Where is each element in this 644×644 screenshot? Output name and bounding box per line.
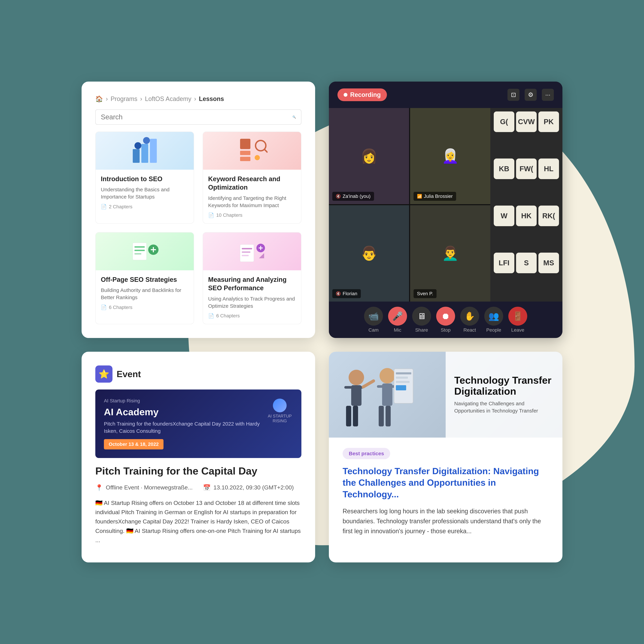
chapter-icon: 📄 (101, 304, 107, 310)
key-HL[interactable]: HL (538, 159, 559, 179)
video-cell-julia: 👩‍🦳 📶 Julia Brossier (410, 108, 490, 204)
muted-icon-florian: 🔇 (336, 291, 341, 296)
muted-icon: 🔇 (336, 194, 341, 199)
stop-label: Stop (441, 327, 451, 333)
logo-circle (273, 399, 287, 412)
cam-label: Cam (368, 327, 379, 333)
key-CVW[interactable]: CVW (516, 111, 537, 132)
course-card-measuring[interactable]: Measuring and Analyzing SEO Performance … (203, 232, 301, 324)
leave-button[interactable]: 🚪 Leave (508, 307, 527, 333)
pitch-training-text: Pitch Training for the foundersXchange C… (104, 420, 267, 435)
event-header: ⭐ Event (95, 365, 301, 383)
best-practices-tag: Best practices (343, 448, 390, 459)
key-G[interactable]: G( (494, 111, 514, 132)
key-grid: G( CVW PK KB FW( HL W HK RK( LFI S MS (490, 108, 562, 302)
video-content: 👩 🔇 Za'inab (you) 👩‍🦳 📶 Julia Brossier (329, 108, 562, 302)
svg-rect-25 (344, 386, 363, 389)
course-card-offpage[interactable]: Off-Page SEO Strategies Building Authori… (95, 232, 194, 324)
svg-rect-1 (141, 144, 148, 163)
key-KB[interactable]: KB (494, 159, 514, 179)
article-hero: Technology Transfer Digitalization Navig… (329, 352, 562, 438)
svg-rect-11 (133, 243, 146, 260)
event-banner: AI Startup Rising AI Academy Pitch Train… (95, 389, 301, 458)
key-S[interactable]: S (516, 253, 537, 273)
hero-overlay: Technology Transfer Digitalization Navig… (446, 352, 562, 438)
programs-link[interactable]: Programs (111, 95, 137, 103)
hero-subtitle: Navigating the Challenges and Opportunit… (454, 400, 554, 414)
key-RK[interactable]: RK( (538, 206, 559, 226)
course-title: Measuring and Analyzing SEO Performance (208, 275, 296, 292)
key-FW[interactable]: FW( (516, 159, 537, 179)
key-PK[interactable]: PK (538, 111, 559, 132)
svg-point-4 (143, 137, 150, 144)
leave-icon: 🚪 (508, 307, 527, 326)
video-cell-sven: 👨‍🦱 Sven P. (410, 205, 490, 301)
video-toolbar: 📹 Cam 🎤 Mic 🖥 Share ⏺ Stop ✋ React (329, 302, 562, 338)
people-button[interactable]: 👥 People (484, 307, 503, 333)
main-container: 🏠 › Programs › LoftOS Academy › Lessons … (30, 30, 614, 614)
course-thumb-offpage (96, 233, 194, 270)
react-button[interactable]: ✋ React (460, 307, 479, 333)
event-meta: 📍 Offline Event · Mornewegstraße... 📅 13… (95, 484, 301, 491)
signal-icon: 📶 (417, 194, 422, 199)
video-cell-zainab: 👩 🔇 Za'inab (you) (329, 108, 409, 204)
svg-rect-2 (150, 139, 157, 163)
svg-rect-21 (242, 255, 249, 256)
course-card-intro-seo[interactable]: Introduction to SEO Understanding the Ba… (95, 132, 194, 224)
mic-icon: 🎤 (388, 307, 407, 326)
svg-rect-32 (379, 406, 384, 426)
participant-avatar-sven: 👨‍🦱 (410, 205, 490, 301)
share-icon: 🖥 (412, 307, 431, 326)
event-title: Pitch Training for the Capital Day (95, 465, 301, 477)
participant-name-florian: Florian (343, 291, 357, 296)
key-HK[interactable]: HK (516, 206, 537, 226)
participant-label-florian: 🔇 Florian (332, 289, 361, 298)
content-grid: 🏠 › Programs › LoftOS Academy › Lessons … (64, 64, 580, 580)
search-input[interactable] (101, 113, 289, 121)
settings-icon[interactable]: ⚙ (525, 89, 537, 101)
recording-dot (344, 93, 347, 97)
more-options-icon[interactable]: ··· (542, 89, 554, 101)
participant-label-sven: Sven P. (414, 289, 437, 298)
date-text: 13.10.2022, 09:30 (GMT+2:00) (213, 484, 294, 491)
event-description: 🇩🇪 AI Startup Rising offers on October 1… (95, 498, 301, 545)
course-thumb-keyword (203, 132, 301, 170)
svg-point-10 (255, 155, 260, 160)
event-label: Event (117, 369, 141, 379)
course-description: Identifying and Targeting the Right Keyw… (208, 195, 296, 209)
academy-link[interactable]: LoftOS Academy (145, 95, 191, 103)
video-grid: 👩 🔇 Za'inab (you) 👩‍🦳 📶 Julia Brossier (329, 108, 490, 302)
svg-rect-14 (134, 253, 141, 255)
breadcrumb: 🏠 › Programs › LoftOS Academy › Lessons (95, 95, 301, 103)
key-MS[interactable]: MS (538, 253, 559, 273)
course-title: Off-Page SEO Strategies (101, 275, 189, 284)
stop-button[interactable]: ⏺ Stop (436, 307, 455, 333)
stop-icon: ⏺ (436, 307, 455, 326)
cam-button[interactable]: 📹 Cam (364, 307, 383, 333)
lessons-link[interactable]: Lessons (199, 95, 224, 103)
participant-avatar-florian: 👨 (329, 205, 409, 301)
mic-button[interactable]: 🎤 Mic (388, 307, 407, 333)
video-call-card: Recording ⊡ ⚙ ··· 👩 🔇 Za'inab (you) (329, 82, 562, 338)
course-chapters: 📄 2 Chapters (101, 204, 189, 210)
svg-rect-27 (346, 406, 351, 426)
logo-text: AI STARTUP RISING (267, 414, 293, 423)
article-title[interactable]: Technology Transfer Digitalization: Navi… (343, 465, 549, 500)
event-icon-box: ⭐ (95, 365, 112, 383)
share-button[interactable]: 🖥 Share (412, 307, 431, 333)
participant-label-zainab: 🔇 Za'inab (you) (332, 192, 374, 201)
mic-label: Mic (394, 327, 401, 333)
participant-label-julia: 📶 Julia Brossier (414, 192, 456, 201)
article-body: Best practices Technology Transfer Digit… (329, 438, 562, 546)
course-thumb-seo (96, 132, 194, 170)
key-LFI[interactable]: LFI (494, 253, 514, 273)
key-W[interactable]: W (494, 206, 514, 226)
svg-rect-28 (353, 406, 358, 426)
course-card-keyword[interactable]: Keyword Research and Optimization Identi… (203, 132, 301, 224)
svg-rect-18 (240, 245, 254, 262)
participant-name-zainab: Za'inab (you) (343, 194, 371, 199)
search-bar[interactable]: 🔍 (95, 109, 301, 125)
picture-in-picture-icon[interactable]: ⊡ (507, 89, 519, 101)
event-banner-logo: AI STARTUP RISING (267, 398, 293, 424)
react-icon: ✋ (460, 307, 479, 326)
